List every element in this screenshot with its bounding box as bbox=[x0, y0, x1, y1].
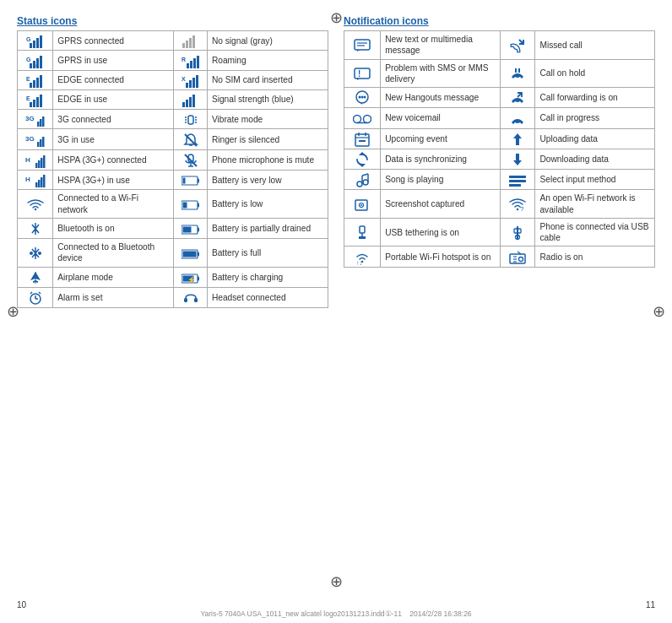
table-row: Bluetooth is on Battery is partially dra… bbox=[18, 218, 328, 238]
status-label2: No SIM card inserted bbox=[207, 70, 328, 89]
svg-rect-66 bbox=[35, 182, 38, 187]
svg-text:↑↓: ↑↓ bbox=[356, 260, 362, 265]
notification-icons-section: Notification icons New text or multimedi… bbox=[344, 15, 655, 616]
table-row: New voicemail Call in progress bbox=[344, 108, 655, 128]
svg-text:X: X bbox=[182, 76, 186, 82]
table-row: H HSPA (3G+) in use Battery is very low bbox=[18, 171, 328, 190]
svg-rect-116 bbox=[359, 140, 366, 142]
status-label: GPRS in use bbox=[53, 51, 174, 70]
notif-icon bbox=[344, 170, 381, 190]
notif-icon2 bbox=[500, 246, 535, 267]
notif-label2: Call in progress bbox=[535, 108, 655, 128]
table-row: Song is playing Select input method bbox=[344, 170, 655, 190]
notif-icon: ! bbox=[344, 59, 381, 88]
status-label: 3G in use bbox=[53, 129, 174, 149]
svg-text:H: H bbox=[25, 176, 30, 183]
svg-rect-34 bbox=[40, 95, 42, 107]
svg-line-93 bbox=[39, 292, 41, 294]
svg-text:R: R bbox=[182, 57, 186, 62]
table-row: E EDGE in use Signal strength (blue) bbox=[18, 89, 328, 109]
status-label: 3G connected bbox=[53, 110, 174, 129]
svg-rect-100 bbox=[355, 68, 370, 79]
table-row: G GPRS connected No signal (gray) bbox=[18, 31, 328, 51]
notif-icon2 bbox=[500, 218, 535, 246]
table-row: Connected to a Wi-Fi network Battery is … bbox=[18, 190, 328, 219]
svg-rect-82 bbox=[198, 252, 199, 256]
table-row: ! Problem with SMS or MMS delivery Call … bbox=[344, 59, 655, 88]
svg-point-122 bbox=[363, 180, 368, 185]
status-icon2 bbox=[174, 287, 208, 307]
notif-icon bbox=[344, 108, 381, 128]
table-row: ↑↓ Portable Wi-Fi hotspot is on Radio is… bbox=[344, 246, 655, 267]
status-label2: No signal (gray) bbox=[207, 31, 328, 51]
svg-text:3G: 3G bbox=[25, 115, 35, 122]
svg-text:E: E bbox=[26, 95, 30, 101]
notif-label: Song is playing bbox=[381, 170, 501, 190]
status-icons-section: Status icons G GPRS connected No signal … bbox=[17, 15, 328, 616]
svg-rect-74 bbox=[198, 203, 199, 207]
svg-rect-32 bbox=[33, 100, 35, 107]
status-label: Connected to a Wi-Fi network bbox=[53, 190, 174, 219]
status-label: Bluetooth is on bbox=[53, 218, 174, 238]
svg-rect-27 bbox=[189, 80, 192, 88]
svg-line-124 bbox=[362, 174, 368, 176]
status-icon2: R bbox=[174, 51, 208, 70]
status-section-title: Status icons bbox=[17, 15, 328, 27]
status-icon2 bbox=[174, 171, 208, 190]
notif-label: USB tethering is on bbox=[381, 218, 501, 246]
svg-rect-51 bbox=[37, 142, 40, 147]
svg-rect-127 bbox=[509, 180, 526, 182]
svg-rect-67 bbox=[38, 180, 41, 187]
status-label2: Ringer is silenced bbox=[207, 129, 328, 149]
status-label2: Headset connected bbox=[207, 287, 328, 307]
status-icons-table: G GPRS connected No signal (gray) G↑↓ GP… bbox=[17, 30, 328, 308]
svg-rect-18 bbox=[193, 58, 196, 68]
notif-label: New Hangouts message bbox=[381, 88, 501, 108]
compass-right-icon: ⊕ bbox=[653, 302, 665, 321]
status-icon: H bbox=[18, 171, 53, 190]
table-row: G↑↓ GPRS in use R Roaming bbox=[18, 51, 328, 70]
table-row: 3G 3G connected Vibrate mode bbox=[18, 110, 328, 129]
notif-label2: An open Wi-Fi network is available bbox=[535, 190, 655, 219]
notif-icon bbox=[344, 190, 381, 219]
svg-rect-24 bbox=[40, 75, 42, 88]
notif-label2: Call on hold bbox=[535, 59, 655, 88]
status-label2: Signal strength (blue) bbox=[207, 89, 328, 109]
svg-point-107 bbox=[364, 96, 366, 99]
notif-icon bbox=[344, 31, 381, 60]
svg-marker-120 bbox=[513, 154, 522, 165]
notif-label2: Uploading data bbox=[535, 128, 655, 149]
status-icon2 bbox=[174, 31, 208, 51]
svg-rect-71 bbox=[198, 179, 199, 183]
notif-icon: ↑↓ bbox=[344, 246, 381, 267]
svg-rect-23 bbox=[36, 78, 39, 88]
status-label: Airplane mode bbox=[53, 267, 174, 287]
svg-rect-43 bbox=[188, 116, 193, 124]
table-row: Connected to a Bluetooth device Battery … bbox=[18, 239, 328, 268]
notif-label: New voicemail bbox=[381, 108, 501, 128]
status-icon: 3G bbox=[18, 129, 53, 149]
status-icon: E bbox=[18, 89, 53, 109]
svg-rect-59 bbox=[41, 158, 43, 168]
notif-label2: Select input method bbox=[535, 170, 655, 190]
status-icon2 bbox=[174, 149, 208, 170]
status-label: HSPA (3G+) in use bbox=[53, 171, 174, 190]
status-icon2 bbox=[174, 190, 208, 219]
table-row: Upcoming event Uploading data bbox=[344, 128, 655, 149]
svg-rect-6 bbox=[186, 41, 188, 48]
svg-rect-19 bbox=[197, 56, 199, 68]
svg-rect-42 bbox=[42, 116, 45, 127]
status-icon bbox=[18, 190, 53, 219]
svg-text:3G: 3G bbox=[25, 135, 35, 143]
notif-icon2 bbox=[500, 108, 535, 128]
svg-rect-22 bbox=[33, 80, 35, 88]
svg-point-106 bbox=[361, 96, 364, 99]
status-label2: Battery is very low bbox=[207, 171, 328, 190]
notif-icon2 bbox=[500, 149, 535, 169]
notif-icon2 bbox=[500, 128, 535, 149]
svg-rect-58 bbox=[38, 160, 41, 168]
status-label: EDGE in use bbox=[53, 89, 174, 109]
status-icon2: X bbox=[174, 70, 208, 89]
svg-rect-133 bbox=[360, 226, 365, 233]
status-label: HSPA (3G+) connected bbox=[53, 149, 174, 170]
